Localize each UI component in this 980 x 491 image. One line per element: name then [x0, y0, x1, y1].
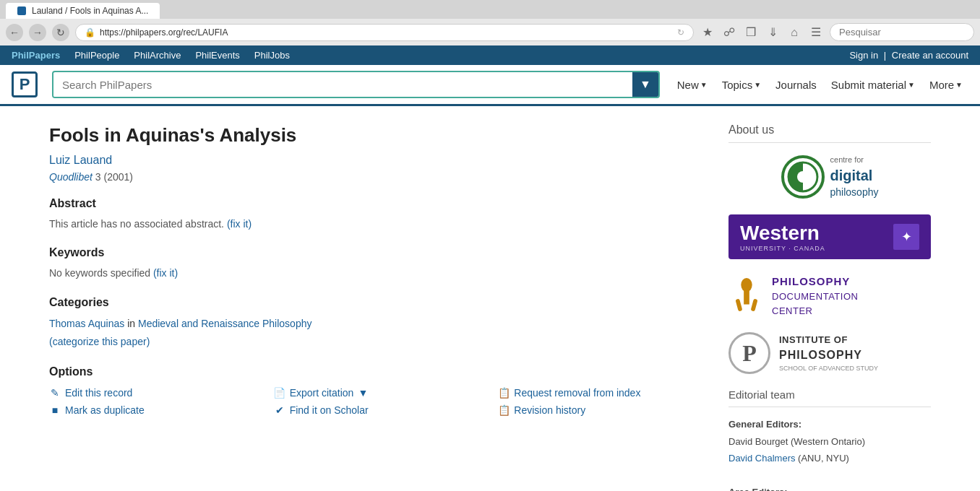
settings-icon[interactable]: ☰: [808, 25, 824, 40]
keywords-text: No keywords specified: [49, 267, 150, 279]
iop-logo: P INSTITUTE OF PHILOSOPHY SCHOOL OF ADVA…: [728, 332, 931, 374]
categorize-link[interactable]: (categorize this paper): [49, 336, 150, 347]
auth-separator: |: [884, 50, 886, 61]
western-logo: Western UNIVERSITY · CANADA ✦: [728, 214, 931, 259]
export-dropdown-icon: ▼: [358, 387, 368, 399]
topics-dropdown[interactable]: Topics ▼: [716, 74, 767, 95]
pdc-documentation: DOCUMENTATION: [772, 290, 858, 304]
about-us-title: About us: [728, 123, 931, 143]
cdphil-philosophy: philosophy: [830, 186, 879, 200]
download-icon[interactable]: ⇓: [765, 25, 781, 40]
topnav-philarchive[interactable]: PhilArchive: [134, 50, 181, 61]
pdc-text: PHILOSOPHY DOCUMENTATION CENTER: [772, 274, 858, 318]
create-account-link[interactable]: Create an account: [892, 50, 968, 61]
forward-button[interactable]: →: [29, 24, 46, 41]
keywords-fix-link[interactable]: (fix it): [153, 267, 178, 279]
options-label: Options: [49, 365, 711, 378]
top-navigation: PhilPapers PhilPeople PhilArchive PhilEv…: [12, 50, 290, 61]
journals-link[interactable]: Journals: [770, 74, 822, 95]
svg-rect-5: [751, 298, 758, 311]
find-scholar-label: Find it on Scholar: [290, 404, 369, 416]
pdc-philosophy: PHILOSOPHY: [772, 274, 858, 290]
pdc-svg: [729, 278, 764, 314]
keywords-content: No keywords specified (fix it): [49, 265, 711, 281]
refresh-button[interactable]: ↻: [52, 24, 69, 41]
cdphil-centre: centre for: [830, 155, 879, 165]
more-label: More: [929, 79, 954, 91]
svg-point-1: [797, 171, 809, 183]
cdphil-inner-circle: [787, 161, 819, 193]
category-sub-link[interactable]: Medieval and Renaissance Philosophy: [138, 318, 311, 329]
revision-history-option[interactable]: 📋 Revision history: [498, 404, 711, 416]
options-section: Options ✎ Edit this record 📄 Export cita…: [49, 365, 711, 416]
article-author[interactable]: Luiz Lauand: [49, 154, 711, 167]
browser-nav-bar: ← → ↻ 🔒 https://philpapers.org/rec/LAUFI…: [0, 19, 980, 45]
svg-rect-4: [735, 298, 742, 311]
submit-dropdown[interactable]: Submit material ▼: [825, 74, 921, 95]
abstract-text: This article has no associated abstract.: [49, 218, 224, 230]
sidebar: About us centre for: [728, 123, 931, 491]
editorial-section: Editorial team General Editors: David Bo…: [728, 388, 931, 491]
request-removal-option[interactable]: 📋 Request removal from index: [498, 387, 711, 399]
page-content: Fools in Aquinas's Analysis Luiz Lauand …: [20, 106, 960, 491]
browser-tab[interactable]: Lauland / Fools in Aquinas A...: [6, 3, 160, 19]
edit-icon: ✎: [49, 387, 61, 399]
address-text: https://philpapers.org/rec/LAUFIA: [100, 27, 673, 38]
lock-icon: 🔒: [85, 27, 95, 38]
topnav-philpapers[interactable]: PhilPapers: [12, 50, 60, 61]
david-chalmers-link[interactable]: David Chalmers: [728, 453, 795, 464]
mark-duplicate-option[interactable]: ■ Mark as duplicate: [49, 404, 262, 416]
address-bar[interactable]: 🔒 https://philpapers.org/rec/LAUFIA ↻: [75, 24, 694, 41]
browser-search-input[interactable]: [830, 23, 974, 41]
article-title: Fools in Aquinas's Analysis: [49, 123, 711, 148]
western-text-col: Western UNIVERSITY · CANADA: [740, 222, 886, 252]
reader-icon[interactable]: ☍: [721, 25, 737, 40]
svg-rect-3: [744, 289, 749, 304]
new-label: New: [677, 79, 699, 91]
pocket-icon[interactable]: ❒: [743, 25, 759, 40]
search-wrapper: ▼: [52, 71, 660, 98]
search-input[interactable]: [53, 73, 632, 97]
gen-editors-text: General Editors:: [728, 419, 801, 430]
sign-in-link[interactable]: Sign in: [849, 50, 878, 61]
iop-text: INSTITUTE OF PHILOSOPHY SCHOOL OF ADVANC…: [779, 333, 878, 374]
iop-sponsor: P INSTITUTE OF PHILOSOPHY SCHOOL OF ADVA…: [728, 332, 931, 374]
philpapers-navbar: P ▼ New ▼ Topics ▼ Journals Submit mater…: [0, 65, 980, 106]
new-arrow-icon: ▼: [700, 81, 708, 89]
more-dropdown[interactable]: More ▼: [924, 74, 968, 95]
removal-icon: 📋: [498, 387, 510, 399]
general-editor2-line: David Chalmers (ANU, NYU): [728, 450, 931, 466]
categories-content: Thomas Aquinas in Medieval and Renaissan…: [49, 315, 711, 351]
submit-arrow-icon: ▼: [908, 81, 915, 89]
tab-favicon: [17, 6, 26, 15]
topnav-philjobs[interactable]: PhilJobs: [254, 50, 290, 61]
iop-circle: P: [728, 332, 770, 374]
abstract-fix-link[interactable]: (fix it): [227, 218, 252, 230]
scholar-icon: ✔: [274, 404, 285, 416]
back-button[interactable]: ←: [6, 24, 23, 41]
category-link[interactable]: Thomas Aquinas: [49, 318, 124, 329]
export-citation-option[interactable]: 📄 Export citation ▼: [274, 387, 487, 399]
find-scholar-option[interactable]: ✔ Find it on Scholar: [274, 404, 487, 416]
area-editors-text: Area Editors:: [728, 487, 788, 491]
request-removal-label: Request removal from index: [514, 387, 640, 399]
topnav-philevents[interactable]: PhilEvents: [195, 50, 239, 61]
cdphil-logo: centre for digital philosophy: [781, 155, 879, 200]
topics-arrow-icon: ▼: [754, 81, 761, 89]
search-dropdown-button[interactable]: ▼: [632, 72, 658, 97]
tab-label: Lauland / Fools in Aquinas A...: [32, 6, 148, 16]
more-arrow-icon: ▼: [955, 81, 963, 89]
new-dropdown[interactable]: New ▼: [671, 74, 713, 95]
star-icon[interactable]: ★: [700, 25, 715, 40]
keywords-section: Keywords No keywords specified (fix it): [49, 246, 711, 281]
topnav-philpeople[interactable]: PhilPeople: [74, 50, 119, 61]
article-journal-info: Quodlibet 3 (2001): [49, 171, 711, 183]
refresh-icon: ↻: [677, 27, 684, 38]
category-in-text: in: [127, 318, 138, 329]
home-icon[interactable]: ⌂: [786, 25, 802, 40]
edit-record-option[interactable]: ✎ Edit this record: [49, 387, 262, 399]
journal-name[interactable]: Quodlibet: [49, 171, 93, 183]
edit-record-label: Edit this record: [65, 387, 132, 399]
philpapers-logo[interactable]: P: [12, 71, 40, 97]
browser-chrome: Lauland / Fools in Aquinas A... ← → ↻ 🔒 …: [0, 0, 980, 45]
